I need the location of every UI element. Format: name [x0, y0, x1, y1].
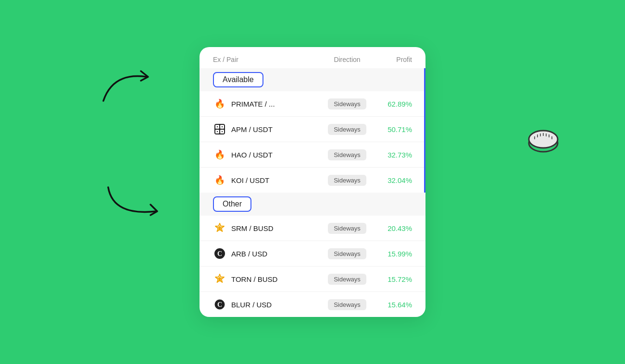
profit-cell: 32.73%	[374, 151, 412, 159]
pair-label: KOI / USDT	[231, 176, 269, 184]
other-label: Other	[213, 196, 251, 212]
blur-icon: C	[213, 298, 226, 311]
svg-rect-17	[222, 131, 223, 132]
table-row: C ARB / USD Sideways 15.99%	[200, 241, 425, 267]
profit-cell: 32.04%	[374, 176, 412, 184]
direction-badge: Sideways	[328, 299, 366, 310]
table-row: SRM / BUSD Sideways 20.43%	[200, 216, 425, 241]
other-section-header: Other	[200, 193, 425, 216]
profit-cell: 20.43%	[374, 224, 412, 232]
direction-badge: Sideways	[328, 274, 366, 285]
svg-rect-14	[217, 126, 218, 127]
srm-icon	[213, 221, 226, 235]
direction-badge: Sideways	[328, 124, 366, 135]
direction-badge: Sideways	[328, 149, 366, 160]
coin-decoration	[519, 129, 562, 158]
arb-icon: C	[213, 247, 226, 260]
hao-icon: 🔥	[213, 148, 226, 161]
torn-icon	[213, 272, 226, 286]
table-row: 🔥 PRIMATE / ... Sideways 62.89%	[200, 91, 425, 117]
direction-cell: Sideways	[321, 274, 374, 285]
other-section: Other SRM / BUSD Sideways 20.43%	[200, 193, 425, 317]
direction-badge: Sideways	[328, 223, 366, 234]
arrow-bottom-decoration	[99, 178, 171, 226]
main-card: Ex / Pair Direction Profit Available 🔥 P…	[200, 47, 425, 317]
pair-cell: C BLUR / USD	[213, 298, 321, 311]
table-row: TORN / BUSD Sideways 15.72%	[200, 267, 425, 292]
table-row: C BLUR / USD Sideways 15.64%	[200, 292, 425, 317]
pair-label: ARB / USD	[231, 250, 267, 258]
pair-label: PRIMATE / ...	[231, 100, 275, 108]
direction-badge: Sideways	[328, 248, 366, 259]
col-profit-label: Profit	[374, 56, 412, 63]
pair-label: SRM / BUSD	[231, 224, 274, 232]
pair-label: APM / USDT	[231, 125, 273, 133]
svg-rect-15	[222, 126, 223, 127]
profit-cell: 15.72%	[374, 275, 412, 283]
direction-cell: Sideways	[321, 248, 374, 259]
profit-cell: 15.64%	[374, 301, 412, 309]
pair-cell: APM / USDT	[213, 122, 321, 136]
table-row: APM / USDT Sideways 50.71%	[200, 117, 425, 142]
pair-cell: SRM / BUSD	[213, 221, 321, 235]
table-row: 🔥 HAO / USDT Sideways 32.73%	[200, 142, 425, 168]
available-label: Available	[213, 72, 263, 87]
direction-cell: Sideways	[321, 149, 374, 160]
direction-badge: Sideways	[328, 175, 366, 186]
svg-text:C: C	[217, 301, 222, 308]
pair-label: BLUR / USD	[231, 301, 272, 309]
direction-cell: Sideways	[321, 98, 374, 109]
direction-cell: Sideways	[321, 223, 374, 234]
primate-icon: 🔥	[213, 97, 226, 110]
profit-cell: 15.99%	[374, 250, 412, 258]
pair-label: TORN / BUSD	[231, 275, 277, 283]
svg-rect-16	[217, 131, 218, 132]
pair-label: HAO / USDT	[231, 151, 273, 159]
pair-cell: 🔥 KOI / USDT	[213, 173, 321, 187]
pair-cell: C ARB / USD	[213, 247, 321, 260]
profit-cell: 50.71%	[374, 125, 412, 133]
pair-cell: 🔥 PRIMATE / ...	[213, 97, 321, 110]
apm-icon	[213, 122, 226, 136]
col-direction-label: Direction	[321, 56, 374, 63]
available-section-header: Available	[200, 68, 425, 91]
direction-cell: Sideways	[321, 124, 374, 135]
col-pair-label: Ex / Pair	[213, 56, 321, 63]
koi-icon: 🔥	[213, 173, 226, 187]
profit-cell: 62.89%	[374, 100, 412, 108]
direction-cell: Sideways	[321, 175, 374, 186]
pair-cell: 🔥 HAO / USDT	[213, 148, 321, 161]
blue-accent-line	[424, 68, 425, 193]
table-row: 🔥 KOI / USDT Sideways 32.04%	[200, 168, 425, 193]
available-section: Available 🔥 PRIMATE / ... Sideways 62.89…	[200, 68, 425, 193]
pair-cell: TORN / BUSD	[213, 272, 321, 286]
direction-cell: Sideways	[321, 299, 374, 310]
direction-badge: Sideways	[328, 98, 366, 109]
svg-text:C: C	[217, 250, 222, 257]
table-header: Ex / Pair Direction Profit	[200, 47, 425, 68]
arrow-left-decoration	[94, 62, 161, 110]
